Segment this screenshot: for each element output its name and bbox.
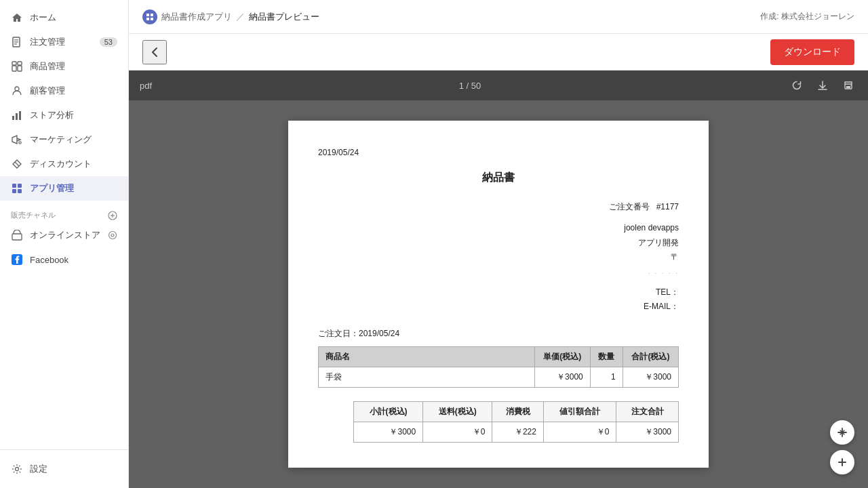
svg-rect-6 — [12, 62, 16, 65]
col-product-name: 商品名 — [319, 346, 535, 367]
svg-rect-7 — [18, 62, 22, 65]
breadcrumb-sep: ／ — [236, 11, 245, 23]
sum-discount-label: 値引額合計 — [543, 401, 616, 422]
svg-rect-10 — [16, 113, 18, 120]
store-icon — [11, 229, 23, 241]
item-quantity: 1 — [590, 367, 623, 387]
svg-rect-28 — [146, 14, 149, 16]
sidebar-item-discount[interactable]: ディスカウント — [0, 152, 128, 176]
sum-shipping-label: 送料(税込) — [423, 401, 492, 422]
sidebar-item-orders[interactable]: 注文管理 53 — [0, 30, 128, 54]
table-row: 手袋 ￥3000 1 ￥3000 — [319, 367, 679, 387]
zoom-in-button[interactable] — [830, 450, 854, 474]
sidebar-nav: ホーム 注文管理 53 商品管理 顧客管理 — [0, 0, 128, 449]
svg-rect-23 — [12, 234, 22, 240]
sum-discount-val: ￥0 — [543, 422, 616, 442]
col-quantity: 数量 — [590, 346, 623, 367]
pdf-title: 納品書 — [318, 171, 679, 185]
svg-rect-9 — [12, 116, 14, 120]
pdf-contact-info: TEL： E-MAIL： — [318, 285, 679, 314]
pdf-date: 2019/05/24 — [318, 148, 679, 157]
svg-point-27 — [16, 468, 19, 471]
svg-point-24 — [109, 232, 117, 239]
gear-icon — [11, 463, 23, 475]
sum-total-label: 注文合計 — [616, 401, 679, 422]
products-icon — [11, 60, 23, 73]
summary-row: ￥3000 ￥0 ￥222 ￥0 ￥3000 — [354, 422, 679, 442]
sidebar-item-online-store[interactable]: オンラインストア — [0, 223, 128, 247]
home-icon — [11, 12, 23, 24]
sidebar-item-apps[interactable]: アプリ管理 — [0, 176, 128, 201]
item-unit-price: ￥3000 — [534, 367, 590, 387]
col-total: 合計(税込) — [623, 346, 678, 367]
pdf-summary-table: 小計(税込) 送料(税込) 消費税 値引額合計 注文合計 ￥3000 ￥0 ￥2… — [353, 401, 679, 443]
sidebar-item-marketing[interactable]: マーケティング — [0, 127, 128, 152]
sum-subtotal-label: 小計(税込) — [354, 401, 423, 422]
topbar: 納品書作成アプリ ／ 納品書プレビュー 作成: 株式会社ジョーレン — [129, 0, 868, 34]
add-sales-channel-icon[interactable] — [108, 211, 117, 220]
sidebar-item-products[interactable]: 商品管理 — [0, 54, 128, 79]
discount-icon — [11, 158, 23, 170]
online-store-settings-icon[interactable] — [108, 230, 117, 240]
download-button[interactable]: ダウンロード — [770, 39, 854, 65]
svg-rect-34 — [846, 86, 850, 88]
sum-total-val: ￥3000 — [616, 422, 679, 442]
toolbar: ダウンロード — [129, 34, 868, 70]
svg-point-8 — [15, 87, 19, 91]
svg-point-25 — [111, 234, 114, 237]
pdf-toolbar: pdf 1 / 50 — [129, 70, 868, 100]
svg-rect-17 — [18, 184, 22, 188]
item-name: 手袋 — [319, 367, 535, 387]
main-content: 納品書作成アプリ ／ 納品書プレビュー 作成: 株式会社ジョーレン ダウンロード… — [129, 0, 868, 488]
topbar-meta: 作成: 株式会社ジョーレン — [760, 11, 854, 22]
pdf-company-info: joolen devapps アプリ開発 〒 . . . . . — [318, 221, 679, 279]
svg-rect-18 — [12, 189, 16, 193]
svg-rect-31 — [151, 18, 153, 20]
pdf-print-button[interactable] — [840, 77, 857, 94]
breadcrumb-app-name: 納品書作成アプリ — [161, 11, 232, 23]
pdf-order-num: ご注文番号 #1177 — [318, 201, 679, 213]
orders-icon — [11, 36, 23, 48]
sales-channels-label: 販売チャネル — [0, 201, 128, 223]
pdf-content[interactable]: 2019/05/24 納品書 ご注文番号 #1177 joolen devapp… — [129, 100, 868, 488]
svg-rect-30 — [146, 18, 149, 20]
apps-icon — [11, 182, 23, 195]
pdf-page-info: 1 / 50 — [160, 81, 780, 91]
sidebar-item-analytics[interactable]: ストア分析 — [0, 103, 128, 127]
sidebar: ホーム 注文管理 53 商品管理 顧客管理 — [0, 0, 129, 488]
col-unit-price: 単価(税込) — [534, 346, 590, 367]
sidebar-footer: 設定 — [0, 449, 128, 488]
svg-rect-11 — [19, 111, 21, 120]
facebook-icon — [11, 253, 23, 266]
sidebar-item-home[interactable]: ホーム — [0, 5, 128, 30]
pdf-download-button[interactable] — [814, 77, 831, 94]
breadcrumb: 納品書作成アプリ ／ 納品書プレビュー — [142, 9, 755, 24]
svg-point-14 — [15, 162, 16, 163]
pdf-viewer: pdf 1 / 50 2019/05/24 納品書 ご注文番号 — [129, 70, 868, 488]
marketing-icon — [11, 134, 23, 146]
item-total: ￥3000 — [623, 367, 678, 387]
svg-rect-5 — [18, 66, 22, 71]
svg-rect-4 — [12, 66, 16, 71]
app-icon — [142, 9, 157, 24]
sidebar-item-facebook[interactable]: Facebook — [0, 247, 128, 272]
customers-icon — [11, 85, 23, 97]
zoom-fit-button[interactable] — [830, 420, 854, 445]
sum-tax-label: 消費税 — [492, 401, 544, 422]
pdf-items-table: 商品名 単価(税込) 数量 合計(税込) 手袋 ￥3000 1 ￥3000 — [318, 346, 679, 388]
sum-shipping-val: ￥0 — [423, 422, 492, 442]
svg-rect-12 — [19, 142, 21, 144]
pdf-order-date: ご注文日：2019/05/24 — [318, 328, 679, 340]
svg-rect-16 — [12, 184, 16, 188]
sidebar-item-settings[interactable]: 設定 — [0, 457, 128, 481]
sum-subtotal-val: ￥3000 — [354, 422, 423, 442]
pdf-toolbar-actions — [788, 77, 857, 94]
breadcrumb-page: 納品書プレビュー — [249, 11, 319, 23]
pdf-refresh-button[interactable] — [788, 77, 806, 94]
back-button[interactable] — [142, 40, 167, 64]
sidebar-item-customers[interactable]: 顧客管理 — [0, 79, 128, 103]
analytics-icon — [11, 109, 23, 121]
orders-badge: 53 — [100, 37, 117, 47]
svg-point-35 — [850, 85, 852, 86]
svg-rect-29 — [151, 14, 153, 16]
